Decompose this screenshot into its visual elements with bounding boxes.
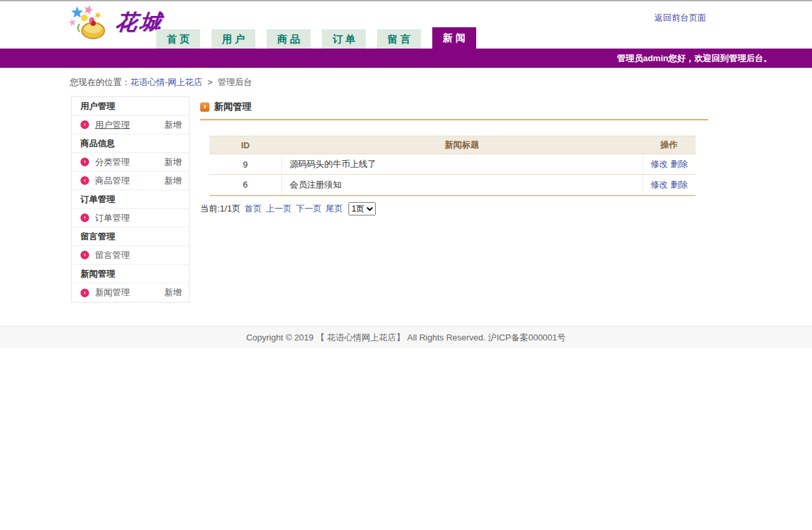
sidebar-item-category-manage[interactable]: › 分类管理 新增 — [72, 153, 189, 172]
tab-home[interactable]: 首 页 — [156, 29, 200, 49]
main-nav: 首 页 用 户 商 品 订 单 留 言 新 闻 — [156, 27, 487, 49]
footer: Copyright © 2019 【 花语心情网上花店】 All Rights … — [0, 326, 812, 348]
edit-link[interactable]: 修改 — [650, 180, 668, 190]
sidebar-add-product[interactable]: 新增 — [164, 175, 182, 187]
sidebar-add-category[interactable]: 新增 — [164, 156, 182, 168]
sidebar-section-news: 新闻管理 — [72, 265, 189, 283]
news-id: 6 — [209, 175, 281, 196]
sidebar-section-order: 订单管理 — [72, 190, 189, 209]
table-row: 6 会员注册须知 修改删除 — [209, 175, 696, 196]
breadcrumb-site-link[interactable]: 花语心情-网上花店 — [130, 77, 202, 87]
logo-flowers-graphic — [67, 4, 114, 41]
arrow-circle-icon: › — [80, 213, 89, 222]
sidebar-link-message-manage[interactable]: 留言管理 — [95, 249, 130, 261]
sidebar-link-news-manage[interactable]: 新闻管理 — [95, 287, 130, 299]
column-header-title: 新闻标题 — [281, 136, 642, 154]
tab-orders[interactable]: 订 单 — [322, 29, 366, 49]
orange-arrow-icon: › — [200, 102, 209, 112]
page-select[interactable]: 1页 — [348, 202, 376, 215]
sidebar-item-news-manage[interactable]: › 新闻管理 新增 — [72, 283, 189, 302]
arrow-circle-icon: › — [80, 158, 89, 166]
arrow-circle-icon: › — [80, 120, 89, 129]
sidebar-item-user-manage[interactable]: › 用户管理 新增 — [72, 116, 189, 134]
arrow-circle-icon: › — [80, 251, 89, 259]
row-actions: 修改删除 — [642, 175, 696, 196]
sidebar-add-news[interactable]: 新增 — [164, 287, 182, 299]
sidebar-add-user[interactable]: 新增 — [164, 119, 182, 131]
tab-news[interactable]: 新 闻 — [432, 27, 476, 49]
table-row: 9 源码码头的牛币上线了 修改删除 — [209, 154, 696, 175]
news-id: 9 — [209, 154, 281, 175]
column-header-action: 操作 — [642, 136, 696, 154]
sidebar-item-product-manage[interactable]: › 商品管理 新增 — [72, 172, 189, 190]
sidebar-link-product-manage[interactable]: 商品管理 — [95, 175, 130, 187]
sidebar-section-product: 商品信息 — [72, 134, 189, 153]
pagination: 当前:1/1页 首页 上一页 下一页 尾页 1页 — [200, 202, 708, 215]
breadcrumb-current: 管理后台 — [217, 77, 252, 87]
row-actions: 修改删除 — [642, 154, 696, 175]
section-title: 用户管理 — [80, 101, 115, 111]
sidebar-link-category-manage[interactable]: 分类管理 — [95, 156, 130, 168]
section-title: 订单管理 — [80, 194, 115, 204]
sidebar-item-order-manage[interactable]: › 订单管理 — [72, 209, 189, 227]
pagination-next[interactable]: 下一页 — [296, 203, 322, 215]
news-table: ID 新闻标题 操作 9 源码码头的牛币上线了 修改删除 — [209, 136, 696, 196]
main-panel: › 新闻管理 ID 新闻标题 操作 9 — [200, 96, 708, 215]
site-header: 花城 返回前台页面 首 页 用 户 商 品 订 单 留 言 新 闻 — [0, 1, 812, 49]
tab-products[interactable]: 商 品 — [267, 29, 311, 49]
pagination-first[interactable]: 首页 — [245, 203, 262, 215]
admin-welcome-text: 管理员admin您好，欢迎回到管理后台。 — [617, 53, 772, 63]
breadcrumb: 您现在的位置：花语心情-网上花店 > 管理后台 — [67, 68, 708, 96]
section-title: 商品信息 — [80, 138, 115, 148]
site-logo[interactable]: 花城 — [67, 4, 164, 41]
arrow-circle-icon: › — [80, 289, 89, 297]
sidebar-section-message: 留言管理 — [72, 227, 189, 246]
admin-welcome-bar: 管理员admin您好，欢迎回到管理后台。 — [0, 49, 812, 68]
news-title: 会员注册须知 — [281, 175, 642, 196]
tab-messages[interactable]: 留 言 — [377, 29, 421, 49]
title-underline — [200, 119, 708, 120]
arrow-circle-icon: › — [80, 176, 89, 185]
tab-users[interactable]: 用 户 — [211, 29, 255, 49]
breadcrumb-separator: > — [207, 77, 213, 87]
section-title: 留言管理 — [80, 231, 115, 241]
edit-link[interactable]: 修改 — [650, 159, 668, 169]
news-title: 源码码头的牛币上线了 — [281, 154, 642, 175]
pagination-prev[interactable]: 上一页 — [266, 203, 292, 215]
section-title: 新闻管理 — [80, 269, 115, 279]
pagination-last[interactable]: 尾页 — [326, 203, 343, 215]
page-body: 您现在的位置：花语心情-网上花店 > 管理后台 用户管理 › 用户管理 新增 商… — [0, 68, 812, 326]
back-to-frontend-link[interactable]: 返回前台页面 — [654, 12, 706, 24]
breadcrumb-prefix: 您现在的位置： — [70, 77, 130, 87]
sidebar-item-message-manage[interactable]: › 留言管理 — [72, 246, 189, 265]
sidebar-section-user: 用户管理 — [72, 97, 189, 116]
delete-link[interactable]: 删除 — [670, 180, 688, 190]
table-header-row: ID 新闻标题 操作 — [209, 136, 696, 154]
pagination-current: 当前:1/1页 — [200, 203, 241, 215]
column-header-id: ID — [209, 136, 281, 154]
copyright-text: Copyright © 2019 【 花语心情网上花店】 All Rights … — [246, 332, 566, 342]
sidebar: 用户管理 › 用户管理 新增 商品信息 › 分类管理 新增 › 商品管理 — [71, 96, 190, 303]
delete-link[interactable]: 删除 — [670, 159, 688, 169]
sidebar-link-order-manage[interactable]: 订单管理 — [95, 212, 130, 224]
page-title: 新闻管理 — [214, 101, 251, 113]
sidebar-link-user-manage[interactable]: 用户管理 — [95, 119, 130, 131]
